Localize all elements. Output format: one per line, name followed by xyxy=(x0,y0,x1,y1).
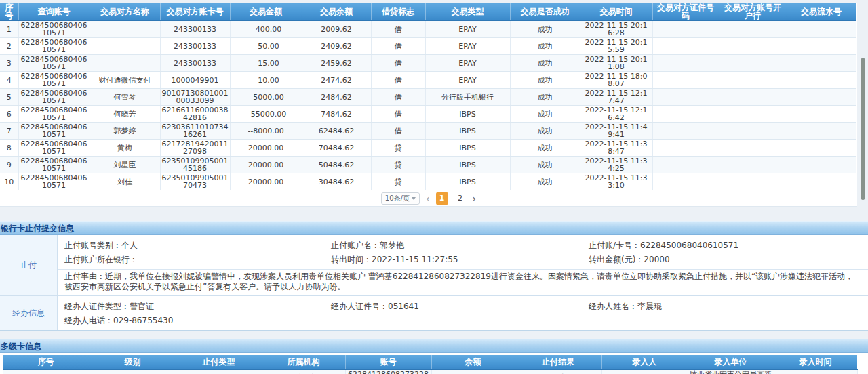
table-cell: 6228450068040610571 xyxy=(18,123,90,140)
table-cell xyxy=(787,89,856,106)
page-button-2[interactable]: 2 xyxy=(454,192,467,205)
table-cell: 2022-11-16 03:40:51 xyxy=(774,369,857,374)
table-cell: 2022-11-15 11:33:10 xyxy=(580,173,652,190)
table-cell xyxy=(652,72,719,89)
table-cell: EPAY xyxy=(425,21,510,38)
table-cell xyxy=(719,157,787,173)
column-header: 所属机构 xyxy=(262,355,345,369)
table-cell: 陕西省西安市公安局高新分局刑警大队 xyxy=(688,369,774,374)
stop-payment-row: 止付 止付账号类别：个人 止付账户名：郭梦艳 止付账/卡号：6228450068… xyxy=(0,235,868,296)
table-cell xyxy=(719,21,787,38)
column-header: 止付类型 xyxy=(176,355,262,369)
page-size-label: 10条/页 xyxy=(385,194,410,203)
table-cell xyxy=(719,140,787,157)
table-cell: 6228450068040610571 xyxy=(18,55,90,72)
column-header: 交易对方证件号码 xyxy=(652,3,719,21)
table-cell: 借 xyxy=(371,21,425,38)
column-header: 交易金额 xyxy=(230,3,302,21)
table-cell: 刘佳 xyxy=(90,173,160,190)
table-cell: 2409.62 xyxy=(302,38,371,55)
column-header: 余额 xyxy=(431,355,515,369)
field-account-name: 止付账户名：郭梦艳 xyxy=(331,238,589,253)
table-cell xyxy=(652,89,719,106)
table-cell: 2484.62 xyxy=(302,89,371,106)
table-cell: 成功 xyxy=(515,369,601,374)
table-cell xyxy=(431,369,515,374)
table-cell: 李晨琨 xyxy=(601,369,688,374)
table-cell xyxy=(719,55,787,72)
table-cell: 财付通微信支付 xyxy=(90,72,160,89)
table-cell: IBPS xyxy=(425,106,510,123)
table-cell xyxy=(719,72,787,89)
table-cell: 6228412860827322819 xyxy=(345,369,431,374)
prev-page-button[interactable]: ‹ xyxy=(426,192,430,205)
table-row: 1一级第三方止付中国农业银行6228412860827322819成功李晨琨陕西… xyxy=(3,369,857,374)
table-cell: --50.00 xyxy=(230,38,302,55)
table-cell: IBPS xyxy=(425,140,510,157)
page-size-select[interactable]: 10条/页 xyxy=(381,192,420,205)
table-cell: 1 xyxy=(0,21,18,38)
table-cell: 成功 xyxy=(510,157,580,173)
table-cell: IBPS xyxy=(425,123,510,140)
column-header: 交易对方账卡号 xyxy=(160,3,230,21)
table-cell: 6228450068040610571 xyxy=(18,173,90,190)
column-header: 止付结果 xyxy=(515,355,601,369)
table-cell: 借 xyxy=(371,106,425,123)
field-agent-id-type: 经办人证件类型：警官证 xyxy=(64,299,331,314)
table-cell xyxy=(787,157,856,173)
multi-card-panel: 序号级别止付类型所属机构账号余额止付结果录入人录入单位录入时间1一级第三方止付中… xyxy=(0,353,868,374)
table-cell: 成功 xyxy=(510,38,580,55)
table-cell: 6228450068040610571 xyxy=(18,140,90,157)
table-row: 56228450068040610571何雪琴90107130801001000… xyxy=(0,89,856,106)
table-cell: 2022-11-15 12:16:42 xyxy=(580,106,652,123)
table-cell: 7484.62 xyxy=(302,106,371,123)
next-page-button[interactable]: › xyxy=(473,192,477,205)
table-cell: 6228450068040610571 xyxy=(18,72,90,89)
table-cell: 6217281942001127098 xyxy=(160,140,230,157)
table-cell: 成功 xyxy=(510,55,580,72)
table-cell: --8000.00 xyxy=(230,123,302,140)
table-cell: --5000.00 xyxy=(230,89,302,106)
table-cell: 2022-11-15 12:17:47 xyxy=(580,89,652,106)
table-cell: 2022-11-15 11:38:47 xyxy=(580,140,652,157)
table-cell xyxy=(652,157,719,173)
table-cell xyxy=(787,140,856,157)
table-cell xyxy=(719,89,787,106)
table-cell xyxy=(652,173,719,190)
chevron-down-icon xyxy=(412,197,416,200)
column-header: 级别 xyxy=(90,355,176,369)
table-cell xyxy=(652,38,719,55)
page-button-1[interactable]: 1 xyxy=(436,192,448,205)
table-cell xyxy=(652,21,719,38)
table-cell: EPAY xyxy=(425,55,510,72)
table-cell xyxy=(787,55,856,72)
table-cell: 成功 xyxy=(510,140,580,157)
table-cell: 郭梦婷 xyxy=(90,123,160,140)
stop-payment-group-label: 止付 xyxy=(0,235,58,295)
field-transfer-amount: 转出金额(元)：20000 xyxy=(589,253,868,267)
table-cell: 6 xyxy=(0,106,18,123)
vertical-scrollbar[interactable] xyxy=(861,58,865,200)
table-cell: 借 xyxy=(371,72,425,89)
table-row: 26228450068040610571243300133--50.002409… xyxy=(0,38,856,55)
table-cell: 7 xyxy=(0,123,18,140)
table-cell: 4 xyxy=(0,72,18,89)
table-cell: 借 xyxy=(371,89,425,106)
table-cell: --55000.00 xyxy=(230,106,302,123)
column-header: 序号 xyxy=(3,355,90,369)
table-cell xyxy=(719,173,787,190)
table-cell xyxy=(719,123,787,140)
table-cell: 6235010990500170473 xyxy=(160,173,230,190)
table-cell xyxy=(787,72,856,89)
table-row: 16228450068040610571243300133--400.00200… xyxy=(0,21,856,38)
table-row: 46228450068040610571财付通微信支付1000049901--1… xyxy=(0,72,856,89)
table-cell: 成功 xyxy=(510,173,580,190)
table-cell: 243300133 xyxy=(160,38,230,55)
table-cell: 第三方止付 xyxy=(176,369,262,374)
table-cell xyxy=(90,55,160,72)
table-cell: 3 xyxy=(0,55,18,72)
field-account-type: 止付账号类别：个人 xyxy=(64,238,331,253)
table-cell: 6228450068040610571 xyxy=(18,157,90,173)
column-header: 交易流水号 xyxy=(787,3,856,21)
stop-payment-reason: 止付事由：近期，我单位在接报刘妮被骗警情中，发现涉案人员利用贵单位相关账户 曹鸿… xyxy=(58,269,868,295)
